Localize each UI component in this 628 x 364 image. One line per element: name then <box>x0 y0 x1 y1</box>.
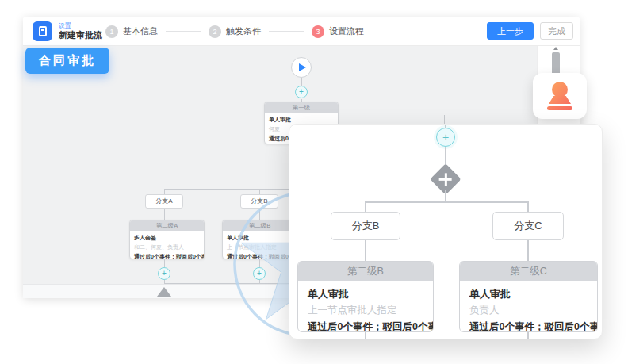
connector-line <box>259 189 260 194</box>
node-card-header: 第二级A <box>130 220 204 231</box>
node-type: 单人审批 <box>227 233 293 243</box>
connector-line <box>445 190 446 201</box>
flow-name-tag: 合同审批 <box>25 48 109 74</box>
step-number-badge: 1 <box>105 25 118 38</box>
node-assignee: 上一节点审批人指定 <box>227 243 293 252</box>
connector-line <box>365 201 366 212</box>
start-node[interactable] <box>291 57 312 78</box>
node-type: 单人审批 <box>469 286 588 302</box>
step-set-flow[interactable]: 3 设置流程 <box>312 25 364 38</box>
page: 设置 新建审批流 1 基本信息 2 触发条件 3 设置流程 <box>0 0 628 364</box>
step-number-badge: 3 <box>312 25 324 38</box>
node-card-header: 第二级B <box>223 220 297 231</box>
connector-line <box>164 189 165 194</box>
document-icon <box>33 21 52 41</box>
branch-split-line <box>366 201 529 203</box>
branch-split-line <box>164 189 301 190</box>
branch-node-b[interactable]: 分支B <box>331 212 400 240</box>
top-bar: 设置 新建审批流 1 基本信息 2 触发条件 3 设置流程 <box>23 17 580 46</box>
connector-line <box>365 332 366 339</box>
end-marker-triangle <box>157 287 171 297</box>
app-identity: 设置 新建审批流 <box>33 21 102 41</box>
step-number-badge: 2 <box>209 25 221 38</box>
node-events: 通过后0个事件；驳回后0个事件 <box>469 319 588 332</box>
add-node-button[interactable]: + <box>158 267 170 280</box>
node-card-level2b[interactable]: 第二级B 单人审批 上一节点审批人指定 通过后0个事件；驳回后0个事件 <box>222 220 297 259</box>
connector-line <box>164 209 165 220</box>
connector-line <box>527 332 529 339</box>
zoom-detail-panel: + 分支B 分支C 第二级B 单人审批 上一节点审批人指定 通过后0个事件；驳回… <box>289 124 603 339</box>
connector-line <box>365 240 366 261</box>
branch-node-b[interactable]: 分支B <box>240 194 278 209</box>
node-assignee: 负责人 <box>469 302 588 319</box>
play-icon <box>299 63 306 71</box>
branch-node-a[interactable]: 分支A <box>145 194 183 209</box>
node-events: 通过后0个事件；驳回后0个事件 <box>308 319 423 332</box>
connector-line <box>259 259 260 267</box>
step-connector <box>269 31 304 32</box>
stamp-card <box>533 73 587 119</box>
node-card-level2a[interactable]: 第二级A 多人会签 和二、何夏、负责人 通过后0个事件；驳回后0个事件 <box>129 220 205 259</box>
step-connector <box>166 31 201 32</box>
scroll-up-arrow-icon[interactable] <box>553 47 558 50</box>
connector-line <box>444 115 445 124</box>
add-node-button[interactable]: + <box>436 128 455 147</box>
finish-button[interactable]: 完成 <box>540 22 573 40</box>
node-card-header: 第二级B <box>298 262 433 281</box>
page-title: 新建审批流 <box>59 30 102 40</box>
add-node-button[interactable]: + <box>295 86 308 98</box>
node-card-header: 第二级C <box>460 262 597 281</box>
node-assignee: 和二、何夏、负责人 <box>134 243 200 252</box>
previous-step-button[interactable]: 上一步 <box>487 22 534 40</box>
connector-line <box>527 201 529 212</box>
connector-line <box>527 240 529 261</box>
node-events: 通过后0个事件；驳回后0个事件 <box>134 252 200 259</box>
node-type: 多人会签 <box>134 233 200 243</box>
node-assignee: 上一节点审批人指定 <box>308 302 423 319</box>
node-card-header: 第一级 <box>265 102 338 113</box>
add-node-button[interactable]: + <box>253 267 266 280</box>
stamp-icon <box>547 82 572 110</box>
node-card-level2c[interactable]: 第二级C 单人审批 负责人 通过后0个事件；驳回后0个事件 <box>459 261 598 332</box>
step-label: 设置流程 <box>329 25 364 37</box>
node-type: 单人审批 <box>308 286 423 302</box>
node-events: 通过后0个事件；驳回后0个事件 <box>227 252 293 259</box>
step-label: 触发条件 <box>226 25 261 37</box>
branch-node-c[interactable]: 分支C <box>492 212 564 240</box>
connector-line <box>164 259 165 267</box>
node-card-level2b[interactable]: 第二级B 单人审批 上一节点审批人指定 通过后0个事件；驳回后0个事件 <box>297 261 434 332</box>
breadcrumb: 设置 <box>59 22 102 30</box>
topbar-actions: 上一步 完成 <box>487 22 573 40</box>
step-label: 基本信息 <box>123 25 158 37</box>
step-indicator: 1 基本信息 2 触发条件 3 设置流程 <box>105 17 364 46</box>
connector-line <box>259 209 260 220</box>
step-trigger-condition[interactable]: 2 触发条件 <box>209 25 261 38</box>
step-basic-info[interactable]: 1 基本信息 <box>105 25 158 38</box>
